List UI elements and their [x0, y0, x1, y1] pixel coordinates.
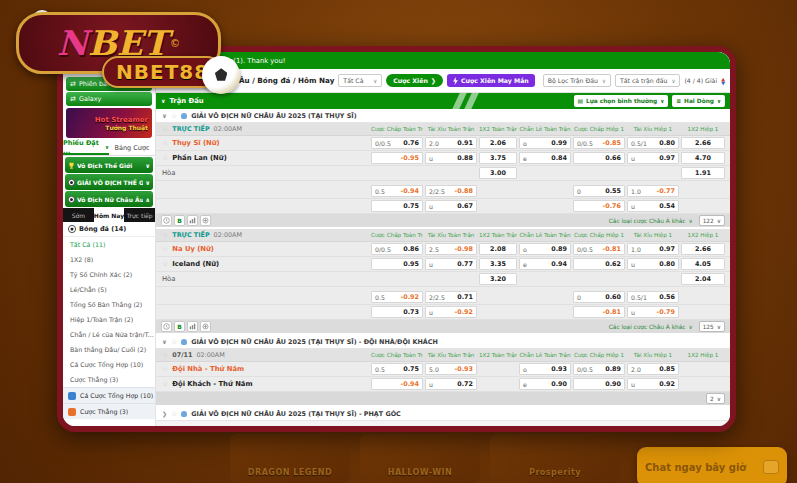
- odds-cell[interactable]: 2.66: [681, 243, 725, 255]
- odds-cell[interactable]: 2.66: [681, 137, 725, 149]
- odds-cell[interactable]: e0.84: [519, 152, 571, 164]
- star-icon[interactable]: ☆: [162, 365, 168, 373]
- sidebar-league-1[interactable]: GIẢI VÔ ĐỊCH THẾ GIỚI ...∨: [65, 174, 153, 190]
- odds-cell[interactable]: 00.55: [573, 185, 625, 197]
- odds-cell[interactable]: u0.77: [425, 258, 477, 270]
- market-item-9[interactable]: Cược Thẳng (3): [63, 372, 155, 387]
- lucky-parlay-button[interactable]: Cược Xiên May Mắn: [447, 74, 535, 87]
- line-count-select[interactable]: 2∨: [706, 393, 725, 404]
- odds-cell[interactable]: 0.66: [573, 152, 625, 164]
- odds-cell[interactable]: 0/0.5-0.81: [573, 243, 625, 255]
- odds-cell[interactable]: 2.5-0.98: [425, 243, 477, 255]
- market-item-7[interactable]: Bàn thắng Đầu/ Cuối (2): [63, 342, 155, 357]
- time-tab-1[interactable]: Hôm Nay: [94, 208, 125, 222]
- odds-cell[interactable]: u0.80: [627, 258, 679, 270]
- market-item-0[interactable]: Tất Cả (11): [63, 237, 155, 252]
- odds-cell[interactable]: 3.75: [479, 152, 517, 164]
- odds-cell[interactable]: -0.94: [371, 378, 423, 390]
- odds-cell[interactable]: e0.90: [519, 378, 571, 390]
- sport-football-row[interactable]: Bóng đá (14): [63, 222, 155, 237]
- match-filter-select[interactable]: Bộ Lọc Trận Đấu ∨: [543, 74, 611, 87]
- odds-cell[interactable]: 3.20: [479, 273, 517, 285]
- odds-cell[interactable]: 2.00.85: [627, 363, 679, 375]
- odds-cell[interactable]: e0.94: [519, 258, 571, 270]
- pin-icon[interactable]: [200, 215, 211, 226]
- odds-cell[interactable]: 2.06: [479, 137, 517, 149]
- parlay-button[interactable]: Cược Xiên ❯: [386, 74, 443, 87]
- odds-cell[interactable]: 0.50.75: [371, 363, 423, 375]
- time-tab-2[interactable]: Trực tiếp: [124, 208, 155, 222]
- star-icon[interactable]: ☆: [171, 410, 177, 418]
- odds-cell[interactable]: 2.04: [681, 273, 725, 285]
- odds-cell[interactable]: u0.88: [425, 152, 477, 164]
- star-icon[interactable]: ☆: [162, 260, 168, 268]
- star-icon[interactable]: ☆: [162, 139, 168, 147]
- odds-cell[interactable]: 3.35: [479, 258, 517, 270]
- star-icon[interactable]: ☆: [162, 380, 168, 388]
- odds-cell[interactable]: o0.93: [519, 363, 571, 375]
- odds-cell[interactable]: 0.5-0.92: [371, 291, 423, 303]
- odds-cell[interactable]: 0.62: [573, 258, 625, 270]
- odds-cell[interactable]: 0.5/10.56: [627, 291, 679, 303]
- league-section-header[interactable]: ❯☆GIẢI VÔ ĐỊCH NỮ CHÂU ÂU 2025 (TẠI THỤY…: [156, 407, 730, 421]
- odds-cell[interactable]: u0.72: [425, 378, 477, 390]
- sort-icon[interactable]: ▲▼: [721, 77, 725, 85]
- market-item-6[interactable]: Chẵn / Lẻ của Nửa trận/T... (2): [63, 327, 155, 342]
- sidebar-league-0[interactable]: Vô Địch Thế Giới∨: [65, 157, 153, 173]
- pin-icon[interactable]: [200, 321, 211, 332]
- time-tab-0[interactable]: Sớm: [63, 208, 94, 222]
- stats-icon[interactable]: [187, 321, 198, 332]
- star-icon[interactable]: ☆: [162, 245, 168, 253]
- odds-cell[interactable]: u-0.79: [627, 306, 679, 318]
- market-item-5[interactable]: Hiệp 1/Toàn Trận (2): [63, 312, 155, 327]
- asian-bets-select[interactable]: Các loại cược Châu Á khác∨: [609, 324, 693, 330]
- market-item-3[interactable]: Lẻ/Chẵn (5): [63, 282, 155, 297]
- odds-cell[interactable]: 3.00: [479, 167, 517, 179]
- odds-cell[interactable]: -0.76: [573, 200, 625, 212]
- odds-cell[interactable]: 0.75: [371, 200, 423, 212]
- odds-cell[interactable]: u0.92: [627, 378, 679, 390]
- bet-builder-icon[interactable]: B: [174, 215, 185, 226]
- filter-all-select[interactable]: Tất Cả ∨: [338, 74, 382, 87]
- odds-cell[interactable]: 2.00.91: [425, 137, 477, 149]
- clock-icon[interactable]: [161, 215, 172, 226]
- odds-cell[interactable]: u0.54: [627, 200, 679, 212]
- two-line-button[interactable]: ≡ Hai Dòng ∨: [672, 95, 725, 107]
- odds-cell[interactable]: u-0.92: [425, 306, 477, 318]
- odds-cell[interactable]: 00.60: [573, 291, 625, 303]
- odds-cell[interactable]: 2.08: [479, 243, 517, 255]
- odds-cell[interactable]: -0.95: [371, 152, 423, 164]
- normal-selection-button[interactable]: ▤ Lựa chọn bình thường ∨: [574, 95, 669, 107]
- tab-bet-slip[interactable]: Phiếu Đặt ... ∨: [63, 140, 109, 155]
- tab-bet-board[interactable]: Bảng Cược: [109, 140, 155, 155]
- sidebar-league-2[interactable]: Vô Địch Nữ Châu Âu∧: [65, 191, 153, 207]
- market-item-2[interactable]: Tỷ Số Chính Xác (2): [63, 267, 155, 282]
- market-count-select[interactable]: 122∨: [699, 215, 725, 226]
- clock-icon[interactable]: [161, 321, 172, 332]
- odds-cell[interactable]: 0/0.5-0.85: [573, 137, 625, 149]
- star-icon[interactable]: ☆: [162, 125, 168, 133]
- league-section-header[interactable]: ∨☆GIẢI VÔ ĐỊCH NỮ CHÂU ÂU 2025 (TẠI THỤY…: [156, 109, 730, 123]
- all-matches-select[interactable]: Tất cả trận đấu ∨: [615, 74, 680, 87]
- combo-item-0[interactable]: Cá Cược Tổng Hợp (10): [63, 387, 155, 403]
- star-icon[interactable]: ☆: [171, 338, 177, 346]
- star-icon[interactable]: ☆: [171, 112, 177, 120]
- market-item-8[interactable]: Cá Cược Tổng Hợp (10): [63, 357, 155, 372]
- market-count-select[interactable]: 125∨: [699, 321, 725, 332]
- league-section-header[interactable]: ∨☆GIẢI VÔ ĐỊCH NỮ CHÂU ÂU 2025 (TẠI THỤY…: [156, 335, 730, 349]
- odds-cell[interactable]: 1.00.97: [627, 243, 679, 255]
- odds-cell[interactable]: 0.73: [371, 306, 423, 318]
- odds-cell[interactable]: 4.05: [681, 258, 725, 270]
- odds-cell[interactable]: 5.0-0.93: [425, 363, 477, 375]
- odds-cell[interactable]: 0.95: [371, 258, 423, 270]
- nbet88-logo[interactable]: NBET© NBET88: [6, 4, 248, 106]
- stats-icon[interactable]: [187, 215, 198, 226]
- odds-cell[interactable]: o0.89: [519, 243, 571, 255]
- odds-cell[interactable]: 0/0.50.89: [573, 363, 625, 375]
- odds-cell[interactable]: 1.0-0.77: [627, 185, 679, 197]
- odds-cell[interactable]: u0.67: [425, 200, 477, 212]
- odds-cell[interactable]: 1.91: [681, 167, 725, 179]
- star-icon[interactable]: ☆: [162, 351, 168, 359]
- odds-cell[interactable]: 0.5/10.80: [627, 137, 679, 149]
- odds-cell[interactable]: u0.97: [627, 152, 679, 164]
